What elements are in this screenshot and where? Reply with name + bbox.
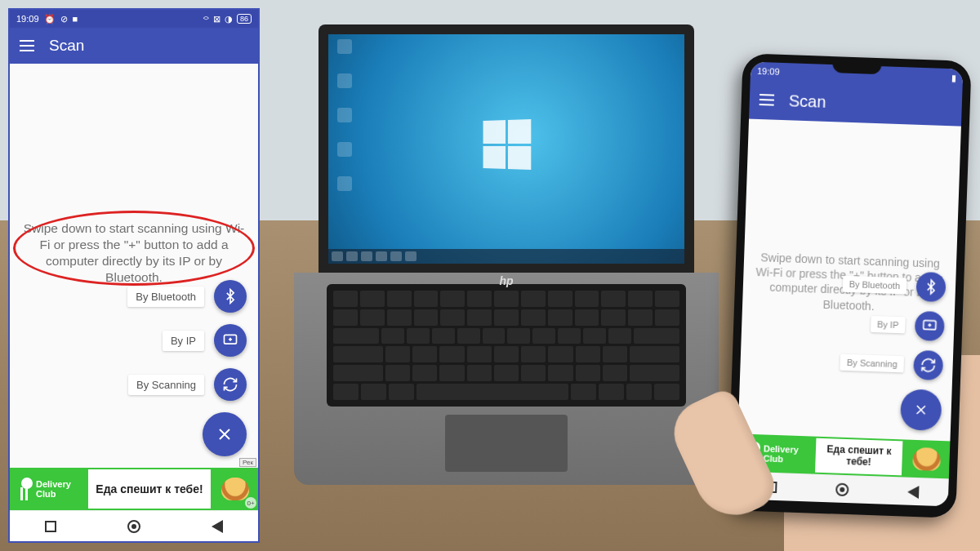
fab-ip[interactable] [214, 324, 247, 357]
fab-close[interactable] [203, 412, 247, 456]
content-small: Swipe down to start scanning using Wi-Fi… [738, 119, 961, 442]
fab-ip[interactable] [915, 311, 945, 341]
alarm-off-icon: ⏰ [44, 14, 56, 24]
burger-icon [221, 478, 249, 500]
main-content[interactable]: Swipe down to start scanning using Wi-Fi… [10, 64, 258, 468]
nav-back-button[interactable] [212, 520, 223, 533]
bluetooth-icon [923, 278, 940, 295]
bluetooth-status-icon: ⌔ [203, 14, 209, 24]
wifi-icon: ◑ [225, 14, 233, 24]
fab-label-ip: By IP [871, 316, 906, 333]
monitor-plus-icon [921, 318, 938, 335]
app-title: Scan [788, 91, 826, 112]
statusbar: 19:09 ⏰ ⊘ ■ ⌔ ⊠ ◑ 86 [10, 10, 258, 28]
phone-in-hand-screen: 19:09 ▮ Scan Swipe down to start scannin… [736, 62, 964, 507]
delivery-club-logo-icon [15, 478, 33, 500]
laptop: hp [294, 24, 719, 485]
fab-label-scanning: By Scanning [128, 375, 204, 395]
nosim-icon: ⊠ [213, 14, 220, 24]
laptop-touchpad [445, 415, 568, 472]
status-time: 19:09 [16, 14, 39, 24]
burger-icon [912, 447, 941, 471]
ad-banner[interactable]: DeliveryClub Еда спешит к тебе! Рек 0+ [10, 468, 258, 510]
fab-label-bluetooth: By Bluetooth [127, 287, 204, 307]
close-icon [215, 424, 234, 444]
ad-text: Еда спешит к тебе! [88, 468, 212, 510]
laptop-keyboard [327, 284, 686, 407]
phone-in-hand: 19:09 ▮ Scan Swipe down to start scannin… [727, 53, 971, 518]
scene-photo: hp 19:09 ▮ Scan [0, 0, 980, 551]
refresh-icon [222, 376, 238, 393]
fab-label-ip: By IP [163, 331, 204, 351]
close-icon [912, 402, 929, 419]
desktop-icons [333, 39, 356, 202]
nav-recents-button[interactable] [45, 521, 56, 532]
android-navbar [10, 510, 258, 541]
bluetooth-icon [222, 288, 238, 304]
monitor-plus-icon [222, 332, 238, 349]
fab-label-scanning: By Scanning [840, 354, 904, 373]
menu-icon[interactable] [760, 94, 774, 106]
annotation-circle [13, 211, 255, 286]
nav-home[interactable] [835, 482, 849, 496]
ad-image-block: Рек 0+ [212, 468, 258, 510]
hp-logo: hp [499, 274, 513, 287]
ad-brand-block: DeliveryClub [10, 468, 88, 510]
windows-logo-icon [483, 119, 532, 170]
phone-screenshot: 19:09 ⏰ ⊘ ■ ⌔ ⊠ ◑ 86 Scan Swipe down to … [8, 8, 260, 543]
fab-bluetooth[interactable] [915, 272, 946, 302]
dnd-icon: ⊘ [60, 14, 68, 24]
fab-scanning[interactable] [913, 350, 943, 380]
fab-label-bluetooth: By Bluetooth [842, 276, 906, 295]
windows-taskbar [328, 249, 684, 264]
fab-menu: By Bluetooth By IP By Scanning [127, 280, 247, 456]
fab-close[interactable] [900, 389, 942, 431]
fab-scanning[interactable] [214, 368, 247, 401]
fab-bluetooth[interactable] [214, 280, 247, 313]
ad-age-badge: 0+ [245, 497, 256, 509]
video-icon: ■ [73, 14, 78, 24]
nav-back[interactable] [907, 485, 920, 498]
laptop-desktop [328, 34, 684, 264]
app-title: Scan [49, 37, 84, 55]
nav-home-button[interactable] [127, 520, 140, 533]
laptop-base: hp [294, 273, 719, 485]
ad-tag: Рек [239, 458, 256, 467]
laptop-bezel [318, 24, 694, 273]
refresh-icon [920, 357, 937, 374]
ad-text: Еда спешит к тебе! [815, 437, 905, 478]
appbar: Scan [10, 28, 258, 64]
battery-icon: 86 [237, 14, 252, 24]
menu-button[interactable] [20, 40, 34, 51]
